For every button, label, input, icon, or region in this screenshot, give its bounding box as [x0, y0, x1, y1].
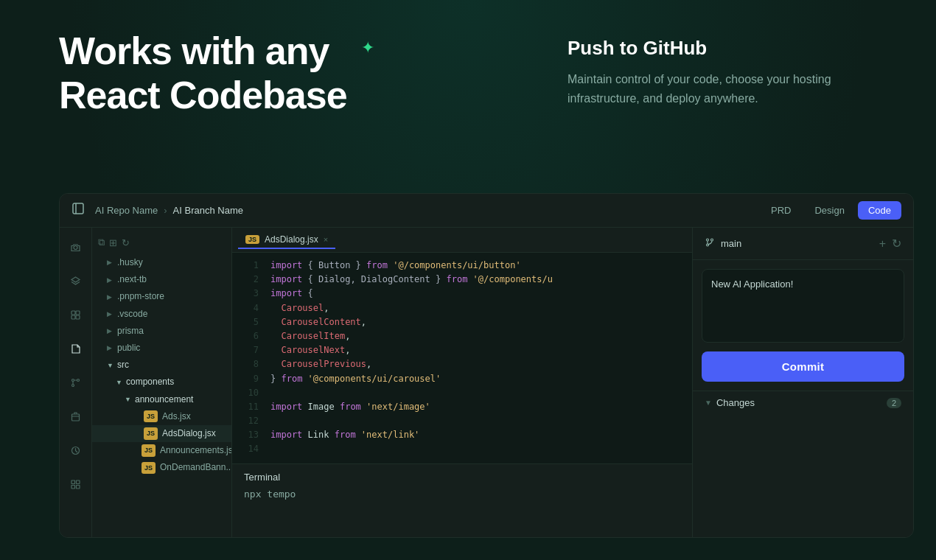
- tree-item-prisma[interactable]: ▶ prisma: [92, 323, 231, 340]
- sidebar-icon-grid[interactable]: [66, 474, 86, 494]
- sidebar-icon-layers[interactable]: [66, 270, 86, 291]
- git-branch-name: main: [721, 238, 873, 249]
- breadcrumb-arrow: ›: [164, 205, 167, 216]
- right-info: Push to GitHub Maintain control of your …: [567, 29, 877, 118]
- code-line: 11 import Image from 'next/image': [232, 400, 692, 414]
- tree-toolbar-copy[interactable]: ⧉: [98, 237, 105, 248]
- tab-code[interactable]: Code: [858, 201, 901, 220]
- code-line: 10: [232, 386, 692, 400]
- svg-rect-14: [71, 485, 75, 489]
- code-line: 1 import { Button } from '@/components/u…: [232, 259, 692, 273]
- code-line: 7 CarouselNext,: [232, 343, 692, 357]
- changes-count-badge: 2: [887, 398, 901, 408]
- tab-design[interactable]: Design: [804, 201, 854, 220]
- svg-rect-4: [76, 311, 80, 315]
- code-line: 8 CarouselPrevious,: [232, 357, 692, 371]
- svg-rect-12: [71, 480, 75, 484]
- breadcrumb-repo: AI Repo Name: [95, 205, 158, 216]
- sidebar-icon-history[interactable]: [66, 440, 86, 461]
- svg-rect-3: [71, 311, 75, 315]
- svg-point-7: [72, 379, 74, 381]
- star-decoration: ✦: [361, 38, 374, 57]
- svg-rect-10: [72, 414, 80, 421]
- code-line: 6 CarouselItem,: [232, 329, 692, 343]
- tree-item-pnpm[interactable]: ▶ .pnpm-store: [92, 288, 231, 305]
- svg-point-2: [74, 245, 77, 249]
- svg-rect-0: [73, 203, 83, 214]
- sidebar-icon-puzzle[interactable]: [66, 304, 86, 325]
- tree-item-ondemand[interactable]: ▶ JS OnDemandBann...: [92, 459, 231, 476]
- code-line: 3 import {: [232, 287, 692, 301]
- tree-item-next-tb[interactable]: ▶ .next-tb: [92, 271, 231, 288]
- tree-item-announcement[interactable]: ▼ announcement: [92, 391, 231, 408]
- svg-point-8: [72, 384, 74, 386]
- changes-chevron-icon: ▼: [705, 399, 712, 407]
- sidebar-icon-camera[interactable]: [66, 237, 86, 257]
- git-commit-message[interactable]: New AI Application!: [702, 269, 904, 343]
- svg-point-9: [77, 379, 80, 381]
- code-line: 2 import { Dialog, DialogContent } from …: [232, 273, 692, 287]
- tree-item-public[interactable]: ▶ public: [92, 340, 231, 357]
- window-body: ⧉ ⊞ ↻ ▶ .husky ▶ .next-tb ▶ .pnpm-store: [60, 228, 913, 537]
- ui-window: AI Repo Name › AI Branch Name PRD Design…: [59, 193, 914, 538]
- svg-rect-6: [76, 315, 80, 319]
- svg-rect-15: [77, 485, 80, 489]
- sidebar-icon-git[interactable]: [66, 372, 86, 393]
- window-header: AI Repo Name › AI Branch Name PRD Design…: [60, 194, 913, 228]
- editor-tabs: JS AdsDialog.jsx ×: [232, 228, 692, 253]
- file-tree: ⧉ ⊞ ↻ ▶ .husky ▶ .next-tb ▶ .pnpm-store: [92, 228, 232, 537]
- editor-tab-adsdialog[interactable]: JS AdsDialog.jsx ×: [238, 231, 335, 249]
- code-line: 13 import Link from 'next/link': [232, 428, 692, 442]
- code-line: 14: [232, 442, 692, 456]
- tree-toolbar-add[interactable]: ⊞: [109, 237, 117, 248]
- app-logo: [71, 202, 85, 219]
- svg-point-16: [707, 239, 709, 241]
- tree-item-announcements[interactable]: ▶ JS Announcements.jsx: [92, 442, 231, 459]
- push-github-title: Push to GitHub: [567, 37, 877, 60]
- tree-toolbar-refresh[interactable]: ↻: [122, 237, 130, 248]
- tree-toolbar: ⧉ ⊞ ↻: [92, 234, 231, 254]
- tab-close-icon[interactable]: ×: [324, 235, 328, 244]
- tree-item-vscode[interactable]: ▶ .vscode: [92, 306, 231, 323]
- git-add-button[interactable]: +: [879, 237, 886, 251]
- svg-point-18: [711, 239, 713, 241]
- sidebar-icon-package[interactable]: [66, 406, 86, 427]
- push-github-desc: Maintain control of your code, choose yo…: [567, 70, 877, 108]
- tree-item-src[interactable]: ▼ src: [92, 357, 231, 374]
- code-line: 9 } from '@components/ui/carousel': [232, 372, 692, 386]
- git-changes-row: ▼ Changes 2: [693, 391, 913, 414]
- changes-label: Changes: [716, 397, 882, 408]
- git-branch-icon: [705, 237, 715, 250]
- terminal-title: Terminal: [244, 472, 680, 483]
- tree-item-ads[interactable]: ▶ JS Ads.jsx: [92, 408, 231, 425]
- sidebar-icons: [60, 228, 92, 537]
- tree-item-components[interactable]: ▼ components: [92, 374, 231, 391]
- tree-item-adsdialog[interactable]: ▶ JS AdsDialog.jsx: [92, 425, 231, 442]
- hero-text: Works with any React Codebase: [59, 29, 523, 118]
- tree-item-husky[interactable]: ▶ .husky: [92, 254, 231, 271]
- commit-button[interactable]: Commit: [702, 351, 904, 382]
- code-line: 12: [232, 414, 692, 428]
- sidebar-icon-file[interactable]: [66, 338, 86, 359]
- tab-prd[interactable]: PRD: [761, 201, 801, 220]
- breadcrumb-branch: AI Branch Name: [173, 205, 243, 216]
- code-line: 5 CarouselContent,: [232, 315, 692, 329]
- hero-title: Works with any React Codebase: [59, 29, 523, 118]
- code-editor: JS AdsDialog.jsx × 1 import { Button } f…: [232, 228, 692, 537]
- code-line: 4 Carousel,: [232, 301, 692, 315]
- header-tabs: PRD Design Code: [761, 201, 901, 220]
- git-header: main + ↻: [693, 228, 913, 260]
- terminal-command: npx tempo: [244, 489, 680, 500]
- svg-rect-5: [71, 315, 75, 319]
- git-panel: main + ↻ New AI Application! Commit ▼ Ch…: [692, 228, 913, 537]
- breadcrumb: AI Repo Name › AI Branch Name: [95, 205, 243, 216]
- git-refresh-button[interactable]: ↻: [892, 237, 901, 251]
- terminal-panel: Terminal npx tempo: [232, 463, 692, 537]
- svg-rect-13: [77, 480, 80, 484]
